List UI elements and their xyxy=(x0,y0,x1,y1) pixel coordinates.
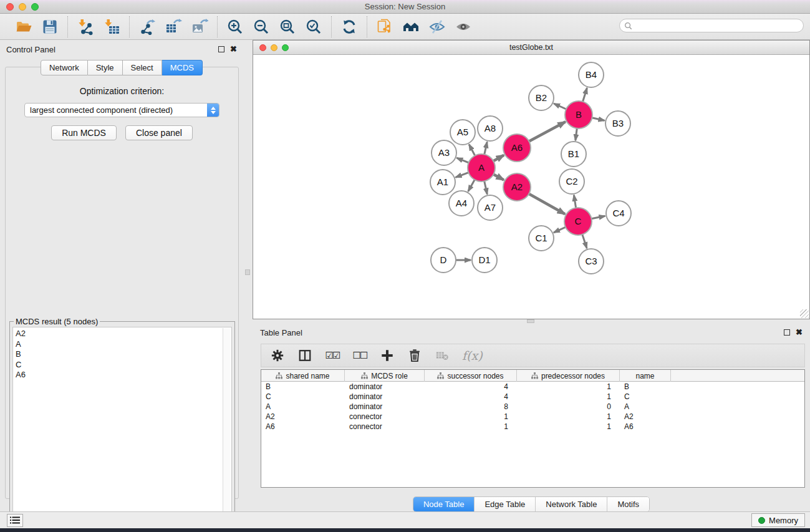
table-cell[interactable]: 1 xyxy=(517,392,620,402)
table-cell[interactable]: 1 xyxy=(517,412,620,422)
table-cell[interactable]: connector xyxy=(345,412,425,422)
table-row[interactable]: Cdominator41C xyxy=(261,392,804,402)
show-all-eye-icon[interactable] xyxy=(453,17,473,37)
zoom-in-icon[interactable] xyxy=(225,17,245,37)
tab-network-table[interactable]: Network Table xyxy=(535,497,607,511)
close-panel-button[interactable]: Close panel xyxy=(125,125,193,140)
column-header-shared-name[interactable]: shared name xyxy=(261,370,345,382)
tab-motifs[interactable]: Motifs xyxy=(607,497,649,511)
close-panel-icon[interactable]: ✖ xyxy=(230,46,237,52)
run-mcds-button[interactable]: Run MCDS xyxy=(51,125,117,140)
mcds-result-item[interactable]: A2 xyxy=(16,329,231,339)
node-B2[interactable]: B2 xyxy=(529,85,554,110)
hide-selected-eye-slash-icon[interactable] xyxy=(427,17,447,37)
tab-select[interactable]: Select xyxy=(123,60,162,75)
table-row[interactable]: A2connector11A2 xyxy=(261,412,804,422)
table-cell[interactable]: 4 xyxy=(425,382,517,392)
node-D[interactable]: D xyxy=(431,248,456,273)
mcds-result-item[interactable]: A xyxy=(16,339,231,350)
node-A[interactable]: A xyxy=(468,154,495,181)
task-history-button[interactable] xyxy=(7,514,23,527)
column-header-name[interactable]: name xyxy=(620,370,671,382)
node-A7[interactable]: A7 xyxy=(478,195,503,220)
table-cell[interactable]: dominator xyxy=(345,392,425,402)
node-A2[interactable]: A2 xyxy=(503,173,531,201)
search-field[interactable] xyxy=(619,19,804,32)
table-cell[interactable]: 4 xyxy=(425,392,517,402)
node-B3[interactable]: B3 xyxy=(605,111,630,136)
zoom-fit-icon[interactable] xyxy=(277,17,297,37)
network-overview-homes-icon[interactable] xyxy=(401,17,421,37)
node-A6[interactable]: A6 xyxy=(503,134,531,162)
node-B1[interactable]: B1 xyxy=(561,142,586,167)
table-cell[interactable]: 1 xyxy=(425,412,517,422)
node-C2[interactable]: C2 xyxy=(559,169,584,194)
tab-node-table[interactable]: Node Table xyxy=(413,497,475,511)
table-cell[interactable]: A xyxy=(261,402,345,412)
search-input[interactable] xyxy=(632,20,803,31)
splitter-handle[interactable] xyxy=(527,319,534,323)
import-table-icon[interactable] xyxy=(102,17,122,37)
table-cell[interactable]: A2 xyxy=(261,412,345,422)
delete-column-trash-icon[interactable] xyxy=(407,347,422,364)
table-cell[interactable]: B xyxy=(261,382,345,392)
column-header-successor-nodes[interactable]: successor nodes xyxy=(425,370,517,382)
window-resize-grip[interactable] xyxy=(800,309,809,318)
table-cell[interactable]: A2 xyxy=(620,412,671,422)
mcds-result-item[interactable]: B xyxy=(16,349,231,360)
table-row[interactable]: A6connector11A6 xyxy=(261,422,804,432)
table-cell[interactable]: dominator xyxy=(345,402,425,412)
table-cell[interactable]: 1 xyxy=(517,422,620,432)
table-cell[interactable]: 0 xyxy=(517,402,620,412)
node-A8[interactable]: A8 xyxy=(478,116,503,141)
table-mode-gear-icon[interactable] xyxy=(270,347,285,364)
criterion-dropdown[interactable]: largest connected component (directed) xyxy=(24,103,219,117)
table-cell[interactable]: dominator xyxy=(345,382,425,392)
column-header-MCDS-role[interactable]: MCDS role xyxy=(345,370,425,382)
table-cell[interactable]: A6 xyxy=(261,422,345,432)
tab-mcds[interactable]: MCDS xyxy=(162,60,203,75)
column-header-predecessor-nodes[interactable]: predecessor nodes xyxy=(517,370,620,382)
zoom-selected-icon[interactable] xyxy=(304,17,324,37)
mcds-result-item[interactable]: A6 xyxy=(16,370,231,380)
save-session-icon[interactable] xyxy=(40,17,60,37)
tab-network[interactable]: Network xyxy=(41,60,88,75)
new-network-from-selection-icon[interactable] xyxy=(375,17,395,37)
export-image-icon[interactable] xyxy=(190,17,210,37)
node-C3[interactable]: C3 xyxy=(579,249,604,274)
network-zoom-button[interactable] xyxy=(282,44,289,51)
table-row[interactable]: Adominator80A xyxy=(261,402,804,412)
close-window-button[interactable] xyxy=(6,3,14,11)
export-table-icon[interactable] xyxy=(163,17,183,37)
vertical-splitter[interactable] xyxy=(243,40,253,511)
table-cell[interactable]: 1 xyxy=(517,382,620,392)
network-close-button[interactable] xyxy=(259,44,266,51)
node-C[interactable]: C xyxy=(564,208,592,235)
node-C4[interactable]: C4 xyxy=(606,201,631,226)
deselect-all-rows-icon[interactable]: ☐☐ xyxy=(352,347,367,364)
table-cell[interactable]: A xyxy=(620,402,671,412)
node-B4[interactable]: B4 xyxy=(579,62,604,87)
table-cell[interactable]: 1 xyxy=(425,422,517,432)
node-D1[interactable]: D1 xyxy=(472,248,497,273)
zoom-window-button[interactable] xyxy=(31,3,39,11)
refresh-layout-icon[interactable] xyxy=(339,17,359,37)
select-all-rows-icon[interactable]: ☑☑ xyxy=(325,347,340,364)
table-cell[interactable]: A6 xyxy=(620,422,671,432)
horizontal-splitter[interactable] xyxy=(253,319,810,324)
add-column-icon[interactable] xyxy=(380,347,395,364)
table-cell[interactable]: 8 xyxy=(425,402,517,412)
open-session-icon[interactable] xyxy=(14,17,34,37)
mcds-result-list[interactable]: A2ABCA6 xyxy=(12,327,232,530)
network-minimize-button[interactable] xyxy=(271,44,277,51)
node-A5[interactable]: A5 xyxy=(450,120,475,145)
memory-button[interactable]: Memory xyxy=(751,513,805,527)
network-canvas[interactable]: B4B2BB3A5A8A6A3B1AA1C2A2A4A7C4CC1C3DD1 xyxy=(253,55,809,319)
table-cell[interactable]: B xyxy=(620,382,671,392)
column-selector-icon[interactable] xyxy=(297,347,312,364)
mcds-list-scrollbar[interactable] xyxy=(223,328,231,529)
float-table-panel-icon[interactable] xyxy=(784,329,790,336)
mcds-result-item[interactable]: C xyxy=(16,360,231,370)
tab-style[interactable]: Style xyxy=(88,60,123,75)
tab-edge-table[interactable]: Edge Table xyxy=(474,497,535,511)
